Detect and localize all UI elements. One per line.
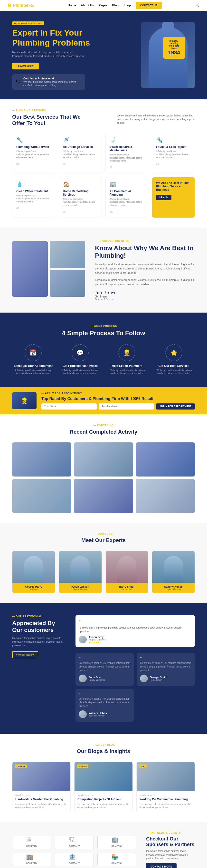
partner-logo-content-3: 🏢 COMPANY: [111, 837, 122, 848]
nav-blog[interactable]: Blog: [112, 4, 119, 7]
process-step-1: 📅 Schedule Your Appointment Efficiently …: [12, 344, 54, 375]
appt-email-input[interactable]: [99, 403, 154, 409]
service-num-1: 01.: [16, 163, 20, 165]
testi-author-4: George Smith Homeowner: [140, 675, 192, 682]
service-highlight-card[interactable]: We Are The Best In This Plumbing Service…: [152, 177, 195, 218]
services-title: Our Best Services That We Offer To You!: [12, 114, 85, 126]
portfolio-item-3[interactable]: View Project: [136, 442, 195, 476]
blog-cat-2: Services: [77, 765, 89, 768]
service-desc-4: Efficiently pontificate multidisciplinar…: [156, 150, 191, 159]
team-header: Our Team Meet Our Experts: [12, 532, 195, 544]
process-step-desc-4: Efficiently pontificate multidisciplinar…: [153, 369, 195, 375]
team-member-1[interactable]: George Harry Plumber: [12, 551, 55, 593]
service-card-3[interactable]: 🚽 Sewer Repairs & Maintenance Efficientl…: [105, 133, 148, 174]
testi-cta-button[interactable]: View All Review: [12, 651, 38, 658]
testi-quote-3: ": [79, 692, 130, 697]
team-label: Our Team: [12, 532, 195, 535]
why-title: Know About Why We Are Best In Plumbing!: [95, 244, 195, 259]
service-num-5: 05.: [16, 207, 20, 210]
nav-home[interactable]: Home: [68, 4, 76, 7]
service-title-7: All Commercial Plumbing: [110, 189, 144, 196]
testi-featured-avatar: [79, 636, 87, 643]
service-title-2: All Drainage Services: [63, 145, 97, 149]
services-label: Plumbing Services: [12, 109, 195, 112]
nav-links: Home About Us Pages Blog Shop Contact Us: [68, 2, 162, 9]
portfolio-item-6[interactable]: View Project: [136, 479, 195, 513]
hire-us-button[interactable]: Hire Us: [156, 195, 171, 200]
blog-cat-3: Work: [139, 765, 147, 768]
testi-featured-role: Regular Customer: [89, 639, 106, 641]
blog-title-1: Hardwork Is Needed For Plumbing: [15, 798, 67, 802]
process-label: Work Process: [12, 325, 195, 328]
service-card-6[interactable]: 🏠 Home Remodeling Services Efficiently p…: [59, 177, 102, 218]
testimonials-left: Our Testimonial Appreciated By Our custo…: [12, 615, 66, 658]
blog-date-3: March 18, 2024: [140, 794, 192, 797]
testi-role-1: Happy Customer: [89, 679, 105, 681]
blog-date-2: March 15, 2024: [77, 794, 130, 797]
service-title-5: Clean Water Treatment: [16, 189, 51, 193]
why-label: Introduction of Us: [95, 240, 195, 242]
process-icon-3: 👷: [118, 344, 135, 361]
service-icon-3: 🚽: [110, 137, 144, 143]
service-title-6: Home Remodeling Services: [63, 189, 97, 196]
service-num-6: 06.: [63, 211, 66, 213]
partner-text-2: COMPANY: [69, 845, 80, 847]
service-card-4[interactable]: 🔩 Faucet & Leak Repair Efficiently ponti…: [152, 133, 195, 174]
process-step-desc-1: Efficiently pontificate multidisciplinar…: [12, 369, 54, 375]
hero-feature: 🛡 Certified & Professional We offer plum…: [12, 74, 85, 90]
team-section: Our Team Meet Our Experts George Harry P…: [0, 523, 207, 603]
partner-2: 🏗 COMPANY: [55, 836, 94, 849]
nav-shop[interactable]: Shop: [124, 4, 131, 7]
portfolio-title: Recent Completed Activity: [12, 429, 195, 435]
portfolio-item-5[interactable]: View Project: [74, 479, 133, 513]
partner-text-6: COMPANY: [111, 862, 122, 864]
portfolio-item-1[interactable]: View Project: [12, 442, 71, 476]
partners-logos: 🏛 COMPANY 🏗 COMPANY 🏢 COMPANY 🏬 COMPANY: [12, 836, 136, 866]
process-step-title-1: Schedule Your Appointment: [12, 364, 54, 368]
service-desc-3: Efficiently pontificate multidisciplinar…: [110, 153, 144, 162]
service-icon-7: 🏢: [110, 181, 144, 188]
testi-author-3: William Habbs Business Owner: [79, 710, 130, 718]
appt-name-input[interactable]: [41, 403, 97, 409]
team-member-2[interactable]: Jeson William Senior Plumber: [59, 551, 102, 593]
nav-about[interactable]: About Us: [81, 4, 94, 7]
blog-card-2[interactable]: Services March 15, 2024 Completing Proje…: [74, 762, 133, 812]
hero-content: Best Plumbing Service Expert In Fix Your…: [12, 21, 141, 90]
nav-logo[interactable]: ⚙ Plumbero.: [7, 3, 34, 8]
team-member-3[interactable]: Barry Smith Technician: [105, 551, 148, 593]
blog-title-3: Working On Commercial Plumbing: [140, 798, 192, 802]
why-img-1: [12, 241, 48, 297]
service-card-2[interactable]: 🚿 All Drainage Services Efficiently pont…: [59, 133, 102, 174]
partner-text-1: COMPANY: [26, 845, 37, 847]
why-desc1: Lorem ipsum dolor sit reprehenderit volu…: [95, 262, 195, 275]
portfolio-item-2[interactable]: View Project: [74, 442, 133, 476]
service-card-1[interactable]: 🔧 Plumbing Work Service Efficiently pont…: [12, 133, 55, 174]
why-img-2: [50, 241, 85, 268]
appt-submit-button[interactable]: Apply For Appointment: [156, 403, 195, 409]
hero-highlight: Plumbing: [12, 38, 50, 47]
service-card-5[interactable]: 💧 Clean Water Treatment Efficiently pont…: [12, 177, 55, 218]
hero-cta-button[interactable]: Learn More: [12, 63, 39, 69]
nav-cta-button[interactable]: Contact Us: [136, 2, 162, 9]
partner-logo-content-4: 🏬 COMPANY: [26, 854, 37, 865]
testi-card-3: " Lorem ipsum dolor sit lex probate soll…: [75, 689, 134, 721]
hero-year-card: Industry-Leading Plumbers Since 1984: [163, 37, 185, 59]
service-card-7[interactable]: 🏢 All Commercial Plumbing Efficiently po…: [105, 177, 148, 218]
search-icon[interactable]: 🔍: [196, 3, 200, 7]
testi-avatar-1: [79, 675, 87, 682]
partner-logo-content-5: 🏦 COMPANY: [69, 854, 80, 865]
team-grid: George Harry Plumber Jeson William Senio…: [12, 551, 195, 593]
process-step-desc-3: Efficiently pontificate multidisciplinar…: [106, 369, 148, 375]
partner-building-5: 🏦: [69, 854, 80, 861]
nav-pages[interactable]: Pages: [99, 4, 107, 7]
partners-cta-button[interactable]: Contact More: [146, 863, 177, 868]
testi-text-3: Lorem ipsum dolor sit lex probate sollic…: [79, 697, 130, 708]
blog-card-3[interactable]: Work March 18, 2024 Working On Commercia…: [136, 762, 195, 812]
partner-building-6: 🏪: [111, 854, 122, 861]
team-member-4[interactable]: Sammy Habbs Expert Plumber: [152, 551, 195, 593]
portfolio-item-4[interactable]: View Project: [12, 479, 71, 513]
service-icon-5: 💧: [16, 181, 51, 188]
testi-col-2: " Lorem ipsum dolor sit lex probate soll…: [137, 653, 195, 721]
blog-card-1[interactable]: Plumbing March 12, 2024 Hardwork Is Need…: [12, 762, 71, 812]
sig-title: Founder & Director: [95, 298, 195, 300]
